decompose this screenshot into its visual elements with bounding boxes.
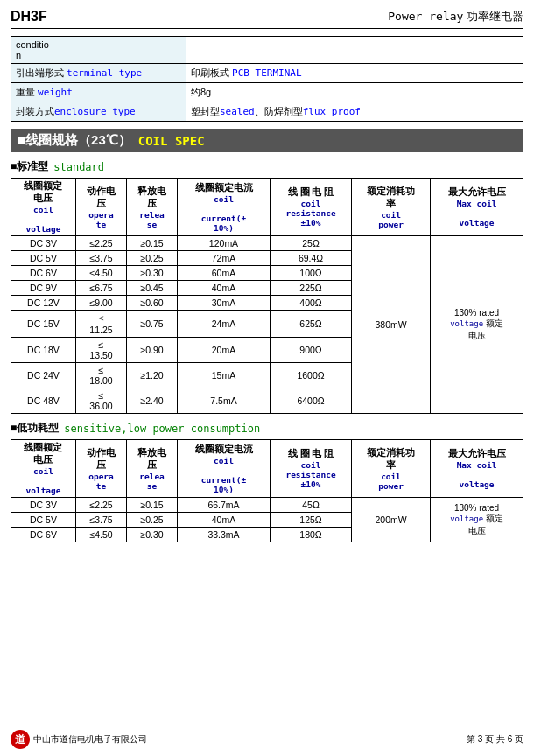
lp-v-3v: DC 3V [11, 498, 76, 513]
standard-title-en: standard [53, 161, 104, 173]
lp-op-6v: ≤4.50 [75, 528, 126, 542]
std-v-9v: DC 9V [11, 281, 76, 296]
std-res-3v: 25Ω [270, 236, 351, 251]
std-cur-24v: 15mA [178, 363, 271, 388]
info-table: conditio n 引出端形式 terminal type 印刷板式 PCB … [11, 36, 523, 122]
standard-title: ■标准型 standard [11, 159, 523, 174]
std-op-12v: ≤9.00 [75, 296, 126, 311]
lp-col-rel-voltage: 释放电压 release [127, 440, 178, 498]
lp-col-coil-voltage: 线圈额定电压 coilvoltage [11, 440, 76, 498]
lp-col-max-voltage: 最大允许电压 Max coilvoltage [431, 440, 523, 498]
logo-icon: 道 [11, 730, 30, 749]
std-power-merged: 380mW [352, 236, 431, 414]
coil-title-en: COIL SPEC [138, 134, 205, 148]
std-cur-12v: 30mA [178, 296, 271, 311]
lp-rel-5v: ≥0.25 [127, 513, 178, 528]
std-op-3v: ≤2.25 [75, 236, 126, 251]
col-max-voltage: 最大允许电压 Max coilvoltage [431, 178, 523, 236]
std-rel-24v: ≥1.20 [127, 363, 178, 388]
std-rel-12v: ≥0.60 [127, 296, 178, 311]
lp-rel-6v: ≥0.30 [127, 528, 178, 542]
std-v-48v: DC 48V [11, 388, 76, 414]
col-current: 线圈额定电流 coilcurrent(±10%) [178, 178, 271, 236]
enclosure-value: 塑封型sealed、防焊剂型flux proof [186, 102, 523, 122]
std-rel-15v: ≥0.75 [127, 311, 178, 338]
coil-title-zh: ■线圈规格（23℃） [18, 132, 131, 149]
std-res-5v: 69.4Ω [270, 251, 351, 266]
std-rel-3v: ≥0.15 [127, 236, 178, 251]
lp-res-3v: 45Ω [270, 498, 351, 513]
std-res-12v: 400Ω [270, 296, 351, 311]
std-v-12v: DC 12V [11, 296, 76, 311]
std-v-24v: DC 24V [11, 363, 76, 388]
lp-op-5v: ≤3.75 [75, 513, 126, 528]
std-rel-5v: ≥0.25 [127, 251, 178, 266]
condition-value [186, 37, 523, 64]
std-rel-6v: ≥0.30 [127, 266, 178, 281]
lp-rel-3v: ≥0.15 [127, 498, 178, 513]
lp-col-resistance: 线 圈 电 阻 coilresistance±10% [270, 440, 351, 498]
std-cur-15v: 24mA [178, 311, 271, 338]
title-zh: 功率继电器 [467, 10, 523, 23]
lp-res-5v: 125Ω [270, 513, 351, 528]
low-power-spec-table: 线圈额定电压 coilvoltage 动作电压 operate 释放电压 rel… [11, 439, 523, 542]
weight-value: 约8g [186, 83, 523, 102]
lp-res-6v: 180Ω [270, 528, 351, 542]
std-cur-9v: 40mA [178, 281, 271, 296]
lp-maxv-merged: 130% ratedvoltage 额定电压 [431, 498, 523, 542]
std-op-9v: ≤6.75 [75, 281, 126, 296]
col-power: 额定消耗功率 coilpower [352, 178, 431, 236]
std-op-18v: ≤13.50 [75, 338, 126, 363]
std-cur-5v: 72mA [178, 251, 271, 266]
std-v-15v: DC 15V [11, 311, 76, 338]
std-res-18v: 900Ω [270, 338, 351, 363]
std-res-15v: 625Ω [270, 311, 351, 338]
title-en: Power relay [388, 10, 463, 23]
std-op-48v: ≤36.00 [75, 388, 126, 414]
col-op-voltage: 动作电压 operate [75, 178, 126, 236]
std-cur-18v: 20mA [178, 338, 271, 363]
lp-cur-3v: 66.7mA [178, 498, 271, 513]
std-v-6v: DC 6V [11, 266, 76, 281]
std-cur-3v: 120mA [178, 236, 271, 251]
standard-title-zh: ■标准型 [11, 159, 48, 174]
terminal-value: 印刷板式 PCB TERMINAL [186, 64, 523, 83]
std-res-9v: 225Ω [270, 281, 351, 296]
lp-col-current: 线圈额定电流 coilcurrent(±10%) [178, 440, 271, 498]
standard-spec-table: 线圈额定电压 coilvoltage 动作电压 operate 释放电压 rel… [11, 178, 523, 414]
table-row: DC 3V ≤2.25 ≥0.15 120mA 25Ω 380mW 130% r… [11, 236, 523, 251]
std-res-6v: 100Ω [270, 266, 351, 281]
low-power-title-en: sensitive,low power consumption [64, 423, 260, 435]
std-op-6v: ≤4.50 [75, 266, 126, 281]
header: DH3F Power relay 功率继电器 [11, 9, 523, 29]
product-title: Power relay 功率继电器 [388, 9, 523, 24]
lp-cur-6v: 33.3mA [178, 528, 271, 542]
col-coil-voltage: 线圈额定电压 coilvoltage [11, 178, 76, 236]
lp-col-power: 额定消耗功率 coilpower [352, 440, 431, 498]
std-res-24v: 1600Ω [270, 363, 351, 388]
lp-col-op-voltage: 动作电压 operate [75, 440, 126, 498]
model-label: DH3F [11, 9, 47, 24]
info-row-enclosure: 封装方式enclosure type 塑封型sealed、防焊剂型flux pr… [11, 102, 523, 122]
terminal-label: 引出端形式 terminal type [11, 64, 186, 83]
weight-label: 重量 weight [11, 83, 186, 102]
std-rel-9v: ≥0.45 [127, 281, 178, 296]
col-rel-voltage: 释放电压 release [127, 178, 178, 236]
enclosure-label: 封装方式enclosure type [11, 102, 186, 122]
footer: 道 中山市道信电机电子有限公司 第 3 页 共 6 页 [11, 730, 523, 749]
std-cur-6v: 60mA [178, 266, 271, 281]
lp-v-5v: DC 5V [11, 513, 76, 528]
lp-v-6v: DC 6V [11, 528, 76, 542]
std-maxv-merged: 130% ratedvoltage 额定电压 [431, 236, 523, 414]
low-power-title: ■低功耗型 sensitive,low power consumption [11, 421, 523, 436]
std-v-18v: DC 18V [11, 338, 76, 363]
info-row-condition: conditio n [11, 37, 523, 64]
lp-power-merged: 200mW [352, 498, 431, 542]
std-op-24v: ≤18.00 [75, 363, 126, 388]
low-power-title-zh: ■低功耗型 [11, 421, 59, 436]
info-row-terminal: 引出端形式 terminal type 印刷板式 PCB TERMINAL [11, 64, 523, 83]
page-number: 第 3 页 共 6 页 [467, 733, 523, 746]
std-rel-18v: ≥0.90 [127, 338, 178, 363]
col-resistance: 线 圈 电 阻 coilresistance±10% [270, 178, 351, 236]
lp-cur-5v: 40mA [178, 513, 271, 528]
